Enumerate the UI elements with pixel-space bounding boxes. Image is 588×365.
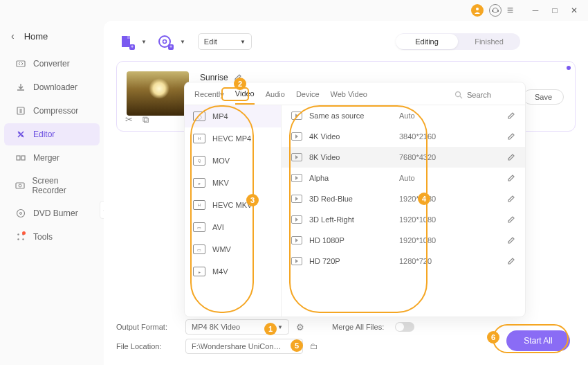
format-icon: H	[193, 134, 205, 143]
close-button[interactable]: ✕	[567, 3, 581, 17]
format-mkv[interactable]: ▸MKV	[185, 172, 281, 194]
svg-point-6	[19, 132, 21, 134]
sidebar-item-converter[interactable]: Converter	[4, 53, 100, 75]
tab-audio[interactable]: Audio	[266, 90, 285, 104]
add-dvd-button[interactable]: +	[155, 32, 174, 51]
merge-label: Merge All Files:	[332, 323, 384, 331]
save-button[interactable]: Save	[523, 89, 564, 105]
sidebar-label: Editor	[33, 130, 55, 139]
media-actions: ✂ ⧉	[125, 114, 149, 125]
svg-line-22	[460, 96, 462, 98]
tab-recently[interactable]: Recently	[194, 90, 224, 104]
format-mp4[interactable]: ◯MP4	[185, 105, 281, 127]
preset-row[interactable]: Same as sourceAuto	[282, 105, 525, 126]
svg-point-20	[163, 40, 166, 44]
step-badge-4: 4	[418, 193, 430, 205]
tab-finished[interactable]: Finished	[458, 34, 520, 49]
step-badge-6: 6	[487, 331, 499, 344]
search-icon	[454, 91, 463, 99]
start-all-button[interactable]: Start All	[506, 330, 570, 351]
sidebar-item-merger[interactable]: Merger	[4, 147, 100, 169]
edit-preset-icon[interactable]	[507, 257, 515, 265]
edit-preset-icon[interactable]	[507, 215, 515, 224]
home-label: Home	[24, 31, 48, 42]
sidebar: ‹ Home Converter Downloader Compressor E…	[0, 21, 104, 365]
output-format-value: MP4 8K Video	[192, 323, 240, 331]
preset-row[interactable]: 8K Video7680*4320	[282, 147, 525, 168]
download-icon	[15, 82, 26, 93]
sidebar-label: Converter	[33, 59, 70, 69]
output-settings-icon[interactable]: ⚙	[296, 322, 304, 332]
sidebar-label: Compressor	[33, 106, 78, 116]
format-m4v[interactable]: ▸M4V	[185, 260, 281, 283]
home-button[interactable]: ‹ Home	[0, 25, 104, 47]
video-icon	[291, 112, 302, 120]
search-box[interactable]	[454, 91, 515, 103]
back-icon: ‹	[11, 30, 15, 42]
minimize-button[interactable]: ─	[529, 3, 542, 17]
video-thumbnail[interactable]	[127, 71, 189, 116]
tab-video[interactable]: Video	[235, 89, 255, 105]
preset-row[interactable]: 3D Red-Blue1920*1080	[282, 188, 525, 209]
tab-device[interactable]: Device	[296, 90, 320, 104]
tab-web-video[interactable]: Web Video	[331, 90, 367, 104]
format-icon: ◯	[193, 112, 205, 121]
sidebar-label: DVD Burner	[33, 208, 78, 218]
svg-rect-10	[16, 183, 24, 188]
edit-preset-icon[interactable]	[507, 236, 515, 244]
format-hevc-mp4[interactable]: HHEVC MP4	[185, 127, 281, 150]
menu-icon[interactable]: ≡	[507, 4, 513, 17]
format-panel: Recently Video Audio Device Web Video ◯M…	[184, 82, 526, 317]
file-location-label: File Location:	[116, 342, 178, 350]
maximize-button[interactable]: □	[548, 3, 562, 17]
chevron-down-icon: ▼	[277, 324, 283, 330]
format-mov[interactable]: QMOV	[185, 150, 281, 172]
preset-row[interactable]: AlphaAuto	[282, 168, 525, 188]
edit-preset-icon[interactable]	[507, 112, 515, 120]
format-wmv[interactable]: ▭WMV	[185, 238, 281, 260]
edit-preset-icon[interactable]	[507, 132, 515, 141]
add-file-button[interactable]: +	[116, 32, 136, 51]
support-icon[interactable]	[489, 4, 502, 17]
edit-preset-icon[interactable]	[507, 174, 515, 182]
svg-point-13	[20, 213, 22, 215]
open-folder-icon[interactable]: 🗀	[310, 341, 318, 351]
sidebar-item-compressor[interactable]: Compressor	[4, 100, 100, 122]
format-avi[interactable]: ▭AVI	[185, 216, 281, 238]
format-icon: Q	[193, 156, 205, 166]
svg-rect-2	[492, 10, 493, 12]
svg-point-0	[476, 8, 479, 10]
crop-icon[interactable]: ⧉	[143, 114, 149, 125]
file-location-select[interactable]: F:\Wondershare UniConverter 13 ▼	[185, 339, 303, 354]
user-avatar[interactable]	[471, 4, 484, 17]
chevron-down-icon[interactable]: ▼	[141, 39, 147, 45]
edit-preset-icon[interactable]	[507, 195, 515, 203]
sidebar-item-tools[interactable]: Tools	[4, 226, 100, 248]
sidebar-item-editor[interactable]: Editor	[4, 123, 100, 145]
preset-row[interactable]: HD 720P1280*720	[282, 251, 525, 271]
svg-rect-18	[127, 36, 130, 39]
sidebar-label: Screen Recorder	[32, 176, 89, 195]
sidebar-item-downloader[interactable]: Downloader	[4, 76, 100, 98]
edit-preset-icon[interactable]	[507, 153, 515, 161]
search-input[interactable]	[467, 91, 515, 99]
recorder-icon	[15, 180, 25, 191]
svg-point-11	[19, 184, 21, 187]
chevron-down-icon[interactable]: ▼	[180, 39, 185, 45]
trim-icon[interactable]: ✂	[125, 114, 133, 125]
preset-row[interactable]: 3D Left-Right1920*1080	[282, 209, 525, 230]
step-badge-1: 1	[264, 323, 277, 335]
status-segment: Editing Finished	[396, 33, 520, 50]
svg-point-21	[456, 92, 461, 97]
format-hevc-mkv[interactable]: HHEVC MKV	[185, 194, 281, 216]
tab-editing[interactable]: Editing	[396, 34, 458, 49]
sidebar-item-dvd-burner[interactable]: DVD Burner	[4, 202, 100, 224]
preset-row[interactable]: HD 1080P1920*1080	[282, 230, 525, 251]
merge-toggle[interactable]	[395, 322, 414, 332]
sidebar-item-screen-recorder[interactable]: Screen Recorder	[4, 170, 100, 201]
titlebar: ≡ ─ □ ✕	[0, 0, 588, 21]
preset-row[interactable]: 4K Video3840*2160	[282, 126, 525, 147]
svg-rect-4	[17, 61, 25, 66]
svg-point-12	[17, 210, 25, 217]
mode-select[interactable]: Edit ▼	[198, 33, 252, 50]
